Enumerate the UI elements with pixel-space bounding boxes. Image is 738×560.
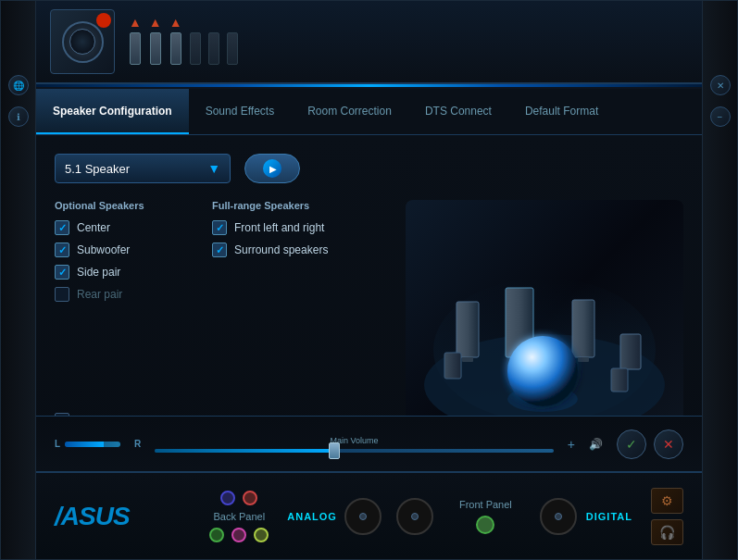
svg-rect-6: [611, 368, 628, 392]
checkbox-rear-pair[interactable]: [55, 287, 69, 302]
tab-sound-effects[interactable]: Sound Effects: [189, 89, 292, 134]
analog-knob-2[interactable]: [396, 498, 433, 535]
fullrange-speakers-section: Full-range Speakers Front left and right…: [212, 200, 342, 309]
volume-speaker-icon: 🔊: [589, 438, 603, 451]
jack-pink-back[interactable]: [231, 528, 246, 542]
fullrange-speakers-label: Full-range Speakers: [212, 200, 342, 211]
r-label: R: [134, 439, 141, 449]
label-surround: Surround speakers: [234, 243, 328, 256]
globe-button[interactable]: 🌐: [8, 75, 29, 95]
checkbox-item-side-pair: Side pair: [55, 265, 184, 280]
play-button[interactable]: ▶: [244, 154, 300, 183]
volume-plus-label: +: [568, 437, 575, 452]
headphone-icon-button[interactable]: 🎧: [651, 519, 683, 545]
stage-svg: [406, 200, 683, 441]
connector-4: [190, 32, 201, 65]
volume-accept-button[interactable]: ✓: [617, 429, 646, 459]
checkbox-subwoofer[interactable]: [55, 243, 69, 257]
volume-lr-indicator: L: [55, 439, 120, 449]
tab-speaker-configuration[interactable]: Speaker Configuration: [36, 89, 189, 134]
svg-point-11: [507, 336, 578, 406]
jack-red-back[interactable]: [243, 491, 257, 505]
jack-green-back[interactable]: [209, 528, 224, 542]
jack-blue-back[interactable]: [220, 491, 235, 505]
x-icon: ✕: [663, 437, 674, 452]
l-bar: [65, 442, 120, 447]
side-rail-left: 🌐 ℹ: [1, 1, 36, 559]
front-panel-label: Front Panel: [459, 499, 512, 510]
speaker-dropdown[interactable]: 5.1 Speaker ▼: [55, 154, 231, 183]
front-panel-section: Front Panel: [459, 499, 512, 534]
svg-rect-9: [578, 357, 589, 362]
label-front-lr: Front left and right: [234, 221, 324, 234]
checkbox-item-center: Center: [55, 220, 184, 235]
app-wrapper: 🌐 ℹ ✕ − ▲ ▲ ▲: [0, 0, 738, 560]
volume-reject-button[interactable]: ✕: [654, 429, 683, 459]
svg-rect-4: [620, 334, 641, 369]
close-button[interactable]: ✕: [710, 75, 731, 95]
optional-speakers-label: Optional Speakers: [55, 200, 184, 211]
volume-track[interactable]: [155, 449, 553, 453]
connector-2: ▲: [149, 15, 162, 65]
connector-group: ▲ ▲ ▲: [129, 15, 238, 69]
dropdown-arrow-icon: ▼: [207, 161, 220, 176]
bottom-bar: /ASUS Back Panel ANALOG Front Panel: [36, 471, 702, 559]
checkbox-item-rear-pair: Rear pair: [55, 287, 184, 302]
connector-3: ▲: [169, 15, 182, 65]
bottom-right-icons: ⚙ 🎧: [651, 488, 683, 545]
controls-row: 5.1 Speaker ▼ ▶: [55, 154, 683, 183]
volume-slider-container: Main Volume: [155, 436, 553, 453]
digital-label: DIGITAL: [586, 511, 632, 522]
volume-thumb[interactable]: [329, 442, 340, 459]
svg-rect-5: [444, 353, 461, 379]
top-header: ▲ ▲ ▲: [36, 1, 702, 84]
settings-icon-button[interactable]: ⚙: [651, 488, 683, 514]
checkbox-surround[interactable]: [212, 243, 227, 257]
label-center: Center: [77, 221, 110, 234]
jack-green-front[interactable]: [476, 516, 494, 534]
connector-1: ▲: [129, 15, 142, 65]
front-knob[interactable]: [540, 498, 577, 535]
svg-rect-3: [572, 300, 594, 357]
front-panel-connectors: [476, 516, 494, 534]
arrow-icon-1: ▲: [129, 15, 142, 30]
checkbox-front-lr[interactable]: [212, 220, 227, 235]
tab-dts-connect[interactable]: DTS Connect: [408, 89, 508, 134]
analog-label: ANALOG: [287, 511, 337, 522]
tab-navigation: Speaker Configuration Sound Effects Room…: [36, 89, 702, 135]
side-rail-right: ✕ −: [702, 1, 737, 559]
checkbox-center[interactable]: [55, 220, 69, 235]
checkbox-item-surround: Surround speakers: [212, 243, 342, 257]
svg-rect-7: [462, 357, 473, 362]
analog-knob[interactable]: [344, 498, 382, 535]
connector-5: [208, 32, 219, 65]
back-panel-section: Back Panel: [209, 491, 269, 542]
speaker-visualization: [406, 200, 683, 441]
tab-default-format[interactable]: Default Format: [508, 89, 615, 134]
l-label: L: [55, 439, 60, 449]
label-subwoofer: Subwoofer: [77, 243, 130, 256]
speaker-dropdown-value: 5.1 Speaker: [65, 162, 207, 176]
checkbox-item-subwoofer: Subwoofer: [55, 243, 184, 257]
minimize-button[interactable]: −: [710, 106, 731, 127]
tab-room-correction[interactable]: Room Correction: [291, 89, 408, 134]
svg-rect-1: [457, 302, 479, 357]
info-button[interactable]: ℹ: [8, 106, 29, 127]
volume-section: L R Main Volume + 🔊 ✓ ✕: [36, 416, 702, 471]
checkbox-item-front-lr: Front left and right: [212, 220, 342, 235]
label-rear-pair: Rear pair: [77, 288, 122, 301]
arrow-icon-2: ▲: [149, 15, 162, 30]
back-panel-connectors-bottom: [209, 528, 269, 542]
optional-speakers-section: Optional Speakers Center Subwoofer Side …: [55, 200, 184, 309]
label-side-pair: Side pair: [77, 266, 120, 279]
jack-yellowgreen-back[interactable]: [254, 528, 269, 542]
active-speaker-icon[interactable]: [50, 9, 115, 74]
play-icon-circle: ▶: [263, 159, 281, 178]
back-panel-label: Back Panel: [213, 511, 265, 522]
volume-fill: [155, 449, 334, 453]
arrow-icon-3: ▲: [169, 15, 182, 30]
checkbox-side-pair[interactable]: [55, 265, 69, 280]
viz-stage: [406, 200, 683, 441]
asus-logo: /ASUS: [55, 502, 130, 531]
top-separator: [36, 84, 702, 87]
